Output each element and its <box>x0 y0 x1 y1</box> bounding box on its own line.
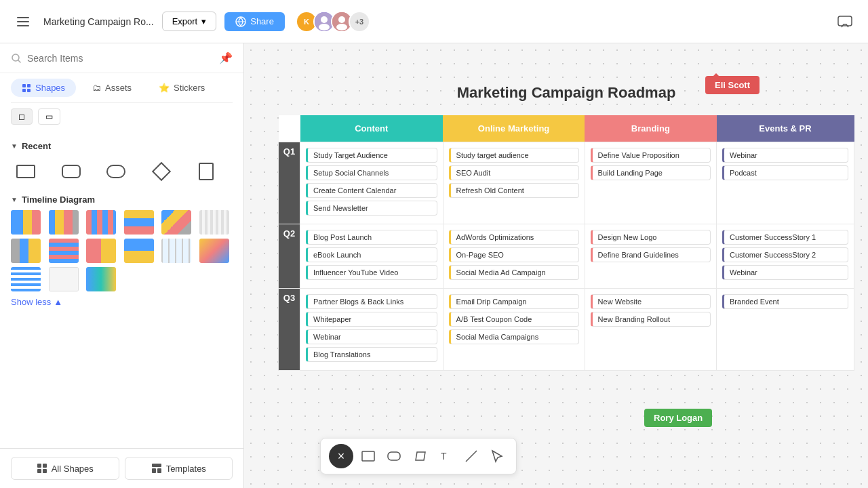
timeline-5[interactable] <box>161 210 191 235</box>
tab-shapes[interactable]: Shapes <box>11 79 76 97</box>
task-card[interactable]: eBook Launch <box>306 247 437 262</box>
menu-button[interactable] <box>11 9 35 34</box>
roadmap-table: Content Online Marketing Branding Events… <box>278 115 854 371</box>
timeline-13[interactable] <box>11 267 41 291</box>
task-card[interactable]: Design New Logo <box>591 230 711 245</box>
task-card[interactable]: On-Page SEO <box>449 247 579 262</box>
svg-rect-2 <box>17 25 29 26</box>
task-card[interactable]: Social Media Campaigns <box>449 329 579 344</box>
export-button[interactable]: Export ▾ <box>162 12 217 31</box>
task-card[interactable]: Study target audience <box>449 148 579 163</box>
topbar: Marketing Campaign Ro... Export ▾ Share … <box>0 0 868 43</box>
task-card[interactable]: SEO Audit <box>449 165 579 180</box>
show-less-button[interactable]: Show less ▲ <box>11 294 233 310</box>
timeline-12[interactable] <box>199 239 229 263</box>
chat-button[interactable] <box>833 9 857 34</box>
header-content: Content <box>300 115 443 142</box>
header-branding: Branding <box>585 115 716 142</box>
task-card[interactable]: Study Target Audience <box>306 148 437 163</box>
task-card[interactable]: Social Media Ad Campaign <box>449 265 579 280</box>
task-card[interactable]: New Branding Rollout <box>591 312 711 327</box>
shape-tab-1[interactable]: ◻ <box>11 108 33 125</box>
svg-rect-14 <box>22 89 26 92</box>
header-online: Online Marketing <box>443 115 585 142</box>
task-card[interactable]: A/B Test Coupon Code <box>449 312 579 327</box>
task-card[interactable]: Influencer YouTube Video <box>306 265 437 280</box>
canvas[interactable]: Eli Scott Marketing Campaign Roadmap Con… <box>244 43 868 488</box>
timeline-4[interactable] <box>124 210 154 235</box>
cell-online: Study target audienceSEO AuditRefresh Ol… <box>443 142 585 224</box>
share-button[interactable]: Share <box>224 12 285 31</box>
tool-text[interactable]: T <box>435 445 456 467</box>
shape-pill[interactable] <box>101 157 131 186</box>
timeline-9[interactable] <box>86 239 116 263</box>
task-card[interactable]: Build Landing Page <box>591 165 711 180</box>
search-input[interactable] <box>27 53 214 64</box>
task-card[interactable]: Webinar <box>722 265 848 280</box>
shape-rounded-rect[interactable] <box>56 157 86 186</box>
row-label: Q2 <box>279 224 300 289</box>
tool-rounded-rect[interactable] <box>383 445 405 467</box>
svg-rect-24 <box>388 452 400 460</box>
task-card[interactable]: Customer SuccessStory 2 <box>722 247 848 262</box>
svg-rect-19 <box>43 469 47 473</box>
shape-doc[interactable] <box>191 157 221 186</box>
timeline-6[interactable] <box>199 210 229 235</box>
tool-select[interactable] <box>486 445 508 467</box>
svg-rect-0 <box>17 17 29 18</box>
task-card[interactable]: Send Newsletter <box>306 201 437 216</box>
task-card[interactable]: Whitepaper <box>306 312 437 327</box>
timeline-8[interactable] <box>49 239 79 263</box>
task-card[interactable]: AdWords Optimizations <box>449 230 579 245</box>
task-card[interactable]: New Website <box>591 294 711 309</box>
task-card[interactable]: Email Drip Campaign <box>449 294 579 309</box>
timeline-11[interactable] <box>161 239 191 263</box>
timeline-7[interactable] <box>11 239 41 263</box>
roadmap-title: Marketing Campaign Roadmap <box>278 84 854 102</box>
shapes-section: ▼ Recent <box>0 130 243 448</box>
templates-button[interactable]: Templates <box>125 457 233 480</box>
task-card[interactable]: Create Content Calendar <box>306 183 437 198</box>
task-card[interactable]: Setup Social Channels <box>306 165 437 180</box>
task-card[interactable]: Podcast <box>722 165 848 180</box>
main-layout: 📌 Shapes 🗂 Assets ⭐ Stickers ◻ ▭ <box>0 43 868 488</box>
timeline-3[interactable] <box>86 210 116 235</box>
task-card[interactable]: Blog Translations <box>306 347 437 362</box>
task-card[interactable]: Customer SuccessStory 1 <box>722 230 848 245</box>
timeline-2[interactable] <box>49 210 79 235</box>
cell-branding: Define Value PropositionBuild Landing Pa… <box>585 142 716 224</box>
task-card[interactable]: Webinar <box>722 148 848 163</box>
shape-diamond[interactable] <box>146 157 176 186</box>
tool-rectangle[interactable] <box>357 445 379 467</box>
cell-events: WebinarPodcast <box>717 142 854 224</box>
shape-rectangle[interactable] <box>11 157 41 186</box>
task-card[interactable]: Define Brand Guidelines <box>591 247 711 262</box>
timeline-15[interactable] <box>86 267 116 291</box>
task-card[interactable]: Refresh Old Content <box>449 183 579 198</box>
svg-rect-22 <box>157 468 161 473</box>
tab-assets[interactable]: 🗂 Assets <box>81 79 142 97</box>
svg-rect-21 <box>152 468 156 473</box>
task-card[interactable]: Webinar <box>306 329 437 344</box>
all-shapes-button[interactable]: All Shapes <box>11 457 119 480</box>
recent-header[interactable]: ▼ Recent <box>11 141 233 151</box>
close-button[interactable]: × <box>329 444 353 468</box>
timeline-10[interactable] <box>124 239 154 263</box>
timeline-14[interactable] <box>49 267 79 291</box>
task-card[interactable]: Define Value Proposition <box>591 148 711 163</box>
timeline-header[interactable]: ▼ Timeline Diagram <box>11 195 233 205</box>
timeline-shapes <box>11 210 233 291</box>
svg-line-27 <box>466 451 477 462</box>
recent-shapes <box>11 157 233 186</box>
tab-stickers[interactable]: ⭐ Stickers <box>148 79 216 97</box>
shape-tab-2[interactable]: ▭ <box>38 108 60 125</box>
avatar-group: K +3 <box>296 11 370 33</box>
task-card[interactable]: Partner Blogs & Back Links <box>306 294 437 309</box>
timeline-1[interactable] <box>11 210 41 235</box>
bottom-bar: All Shapes Templates <box>0 448 243 488</box>
task-card[interactable]: Blog Post Launch <box>306 230 437 245</box>
task-card[interactable]: Branded Event <box>722 294 848 309</box>
tool-line[interactable] <box>460 445 482 467</box>
tool-parallelogram[interactable] <box>409 445 431 467</box>
sidebar: 📌 Shapes 🗂 Assets ⭐ Stickers ◻ ▭ <box>0 43 244 488</box>
